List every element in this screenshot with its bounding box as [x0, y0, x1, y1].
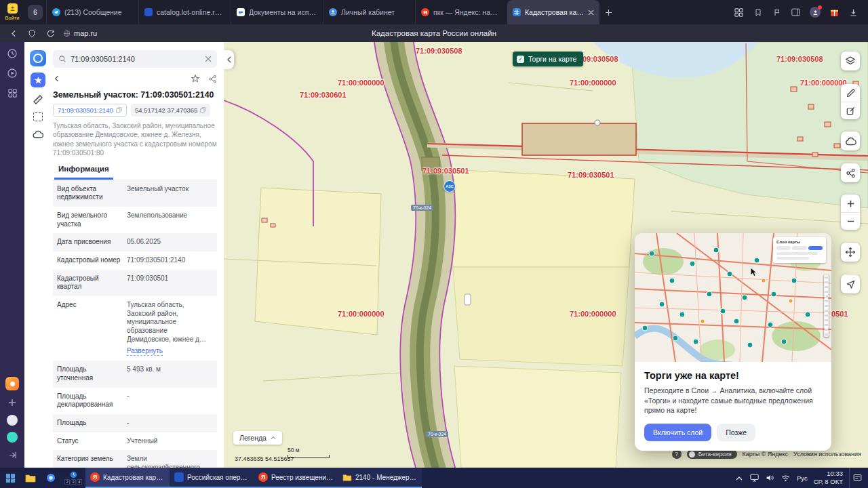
browser-profile-button[interactable]: Войти [0, 0, 24, 24]
share-object-icon[interactable] [208, 75, 217, 83]
table-row: Вид земельного участкаЗемлепользование [53, 207, 217, 233]
object-description: Тульская область, Заокский район, муници… [53, 121, 217, 158]
terms-link[interactable]: Условия использования [793, 451, 861, 458]
page-title: Кадастровая карта России онлайн [372, 29, 496, 37]
tab-yandex-search[interactable]: Я пкк — Яндекс: нашлось… [415, 0, 507, 24]
layers-button[interactable] [841, 52, 860, 70]
help-button[interactable]: ? [672, 449, 682, 459]
tab-groups-icon[interactable] [734, 7, 744, 18]
gift-icon[interactable] [829, 7, 840, 18]
apps-grid-icon[interactable] [6, 87, 18, 99]
taskbar-app-cadastral-map[interactable]: Я Кадастровая кар… [85, 468, 170, 488]
map-area[interactable]: 71:09:030508 71:09:030508 71:09:030508 7… [224, 42, 868, 468]
alice-assistant-icon[interactable] [5, 377, 19, 390]
my-location-button[interactable] [841, 274, 860, 293]
address-text: map.ru [74, 29, 97, 37]
panel-tabs: Информация [53, 161, 217, 180]
yandex-icon: Я [421, 8, 429, 16]
tab-cadastral-map-active[interactable]: Кадастровая карта Рос… [507, 0, 599, 24]
attributes-table: Вид объекта недвижимостиЗемельный участо… [53, 180, 217, 468]
table-row: Вид объекта недвижимостиЗемельный участо… [53, 180, 217, 207]
add-icon[interactable] [6, 396, 18, 409]
protect-shield-icon[interactable] [26, 28, 37, 39]
tab-documents[interactable]: Документы на исполнен… [231, 0, 323, 24]
layers-cloud-tool-icon[interactable] [32, 127, 44, 140]
user-avatar[interactable] [810, 7, 821, 18]
tab-account[interactable]: Личный кабинет [323, 0, 415, 24]
taskbar-clock[interactable]: 10:33 СР, 8 ОКТ [814, 470, 843, 486]
refresh-icon[interactable] [45, 28, 56, 39]
browser-toolbar: map.ru Кадастровая карта России онлайн [0, 24, 868, 42]
zoom-out-button[interactable] [841, 212, 860, 230]
later-button[interactable]: Позже [717, 424, 755, 441]
coordinates-chip[interactable]: 54.517142 37.470365 [131, 104, 210, 117]
legend-button[interactable]: Легенда [233, 431, 282, 445]
date: СР, 8 ОКТ [814, 478, 843, 486]
history-icon[interactable] [6, 47, 18, 60]
search-box[interactable] [53, 50, 217, 68]
file-explorer-icon[interactable] [20, 468, 41, 488]
cadastral-number-chip[interactable]: 71:09:030501:2140 [53, 104, 127, 117]
bookmark-icon[interactable] [753, 7, 763, 18]
new-tab-button[interactable] [599, 0, 617, 24]
back-icon[interactable] [8, 28, 19, 39]
language-indicator[interactable]: Рус [797, 474, 808, 482]
taskbar-app-folder-2140[interactable]: 2140 - Менеджер… [338, 468, 422, 488]
app-shortcut-icon-2[interactable] [7, 432, 18, 443]
pinned-browser-icon[interactable] [41, 468, 61, 488]
action-center-icon[interactable] [849, 468, 865, 488]
tab-lot-online[interactable]: catalog.lot-online.ru/inde… [138, 0, 231, 24]
downloads-icon[interactable] [848, 7, 859, 18]
taskbar-app-rossiyskaya[interactable]: Российская опер… [170, 468, 254, 488]
network-icon[interactable] [781, 473, 791, 483]
select-area-tool-icon[interactable] [33, 112, 43, 121]
address-chip[interactable]: map.ru [63, 29, 97, 37]
expand-address-link[interactable]: Развернуть [127, 347, 163, 357]
tab-messages[interactable]: (213) Сообщение [46, 0, 138, 24]
table-row: Площадь декларированная- [53, 388, 217, 414]
cadastral-label: 71:09:030508 [416, 47, 462, 55]
side-panel-icon[interactable] [791, 7, 801, 18]
upload-cloud-button[interactable] [841, 131, 860, 150]
torgi-layer-toggle[interactable]: ✓ Торги на карте [513, 52, 583, 66]
table-row: Площадь уточненная5 493 кв. м [53, 361, 217, 387]
back-to-results-icon[interactable] [53, 75, 61, 83]
clear-search-icon[interactable] [205, 56, 212, 62]
flag-icon[interactable] [772, 7, 782, 18]
share-map-button[interactable] [841, 163, 860, 182]
draw-pencil-button[interactable] [841, 84, 860, 102]
zoom-in-button[interactable] [841, 195, 860, 212]
system-tray: Рус 10:33 СР, 8 ОКТ [734, 468, 868, 488]
close-tab-icon[interactable] [588, 9, 594, 16]
pan-mode-button[interactable] [841, 243, 860, 262]
document-icon [237, 8, 245, 16]
search-results-tool[interactable] [31, 73, 45, 87]
mini-tool-rail [823, 274, 829, 338]
beta-toggle[interactable]: Бета-версия [687, 449, 737, 459]
tab-counter-button[interactable]: 6 [28, 5, 43, 20]
gas-station-marker[interactable]: АЗС [443, 180, 456, 192]
map-scale: 50 м [288, 447, 330, 458]
start-button[interactable] [0, 468, 20, 488]
expand-sidebar-icon[interactable] [6, 449, 18, 461]
tab-information[interactable]: Информация [54, 161, 113, 180]
numbered-windows-icon[interactable]: 2 3 4 [61, 468, 85, 488]
enable-layer-button[interactable]: Включить слой [644, 424, 711, 441]
volume-icon[interactable] [766, 473, 775, 483]
display-icon[interactable] [750, 473, 760, 483]
torgi-checkbox-icon[interactable]: ✓ [517, 56, 524, 63]
collapse-panel-button[interactable] [224, 50, 234, 69]
hidden-icons-chevron[interactable] [734, 473, 744, 483]
browser-sidebar [0, 42, 24, 468]
sidebar-bottom-group [5, 377, 19, 461]
taskbar-app-reestr[interactable]: Я Реестр извещени… [254, 468, 338, 488]
media-play-icon[interactable] [6, 67, 18, 79]
favorite-star-icon[interactable] [191, 74, 200, 83]
edit-object-button[interactable] [841, 102, 860, 119]
search-input[interactable] [71, 55, 201, 63]
nspd-logo[interactable] [30, 50, 46, 66]
object-info-panel: Земельный участок: 71:09:030501:2140 71:… [24, 42, 224, 468]
measure-tool-icon[interactable] [32, 94, 44, 106]
app-shortcut-icon[interactable] [7, 415, 18, 426]
map-app-rail [24, 42, 52, 468]
